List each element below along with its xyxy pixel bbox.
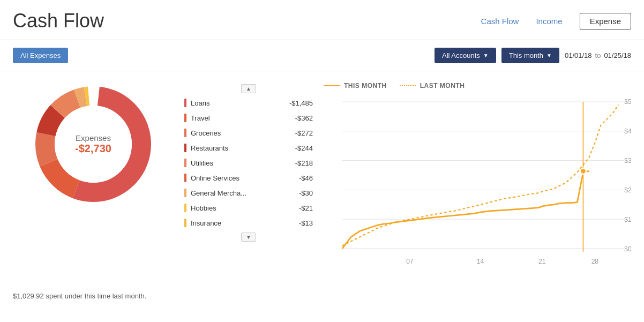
header: Cash Flow Cash Flow Income Expense xyxy=(0,0,644,40)
nav-income[interactable]: Income xyxy=(536,17,562,26)
this-month-button[interactable]: This month ▼ xyxy=(501,48,559,63)
category-color-bar xyxy=(184,174,186,182)
date-separator: to xyxy=(595,51,601,59)
scroll-up-button[interactable]: ▲ xyxy=(241,84,256,93)
svg-text:$1K: $1K xyxy=(624,216,631,223)
svg-text:$3K: $3K xyxy=(624,157,631,164)
list-item[interactable]: Online Services -$46 xyxy=(184,170,313,185)
category-color-bar xyxy=(184,159,186,167)
category-name: Groceries xyxy=(191,129,221,137)
category-name: General Mercha... xyxy=(191,189,246,197)
svg-text:07: 07 xyxy=(406,258,414,265)
main-content: Expenses -$2,730 ▲ Loans -$1,485 Travel … xyxy=(0,71,644,287)
svg-text:14: 14 xyxy=(477,258,484,265)
toolbar: All Expenses All Accounts ▼ This month ▼… xyxy=(0,40,644,71)
category-amount: -$1,485 xyxy=(289,99,313,107)
category-list: ▲ Loans -$1,485 Travel -$362 Groceries -… xyxy=(184,80,313,278)
svg-text:21: 21 xyxy=(538,258,546,265)
category-name: Utilities xyxy=(191,159,213,167)
category-amount: -$21 xyxy=(299,204,313,212)
category-color-bar xyxy=(184,219,186,227)
line-chart-svg: $0 $1K $2K $3K $4K $5K 07 14 21 28 xyxy=(324,96,631,278)
category-amount: -$13 xyxy=(299,219,313,227)
all-expenses-button[interactable]: All Expenses xyxy=(13,48,68,63)
this-month-line-icon xyxy=(324,85,340,86)
category-left: Online Services xyxy=(184,174,239,182)
category-name: Online Services xyxy=(191,174,239,182)
category-left: Loans xyxy=(184,99,209,107)
nav-expense[interactable]: Expense xyxy=(580,13,631,29)
nav-cashflow[interactable]: Cash Flow xyxy=(481,17,519,26)
toolbar-left: All Expenses xyxy=(13,48,68,63)
category-color-bar xyxy=(184,99,186,107)
toolbar-right: All Accounts ▼ This month ▼ 01/01/18 to … xyxy=(435,48,631,63)
category-left: Travel xyxy=(184,114,210,122)
category-left: Hobbies xyxy=(184,204,216,212)
donut-section: Expenses -$2,730 xyxy=(13,80,174,278)
date-range: 01/01/18 to 01/25/18 xyxy=(565,51,631,59)
category-color-bar xyxy=(184,114,186,122)
category-color-bar xyxy=(184,204,186,212)
category-left: General Mercha... xyxy=(184,189,246,197)
category-name: Hobbies xyxy=(191,204,216,212)
legend-this-month: THIS MONTH xyxy=(324,82,387,89)
list-item[interactable]: Hobbies -$21 xyxy=(184,200,313,215)
footer-text: $1,029.92 spent under this time last mon… xyxy=(13,292,146,300)
category-name: Loans xyxy=(191,99,209,107)
last-month-line-icon xyxy=(400,85,416,86)
scroll-area: ▼ xyxy=(184,233,313,242)
category-color-bar xyxy=(184,144,186,152)
list-item[interactable]: Travel -$362 xyxy=(184,110,313,125)
donut-chart: Expenses -$2,730 xyxy=(29,80,158,208)
svg-text:28: 28 xyxy=(591,258,599,265)
donut-label: Expenses -$2,730 xyxy=(75,133,111,155)
list-item[interactable]: Restaurants -$244 xyxy=(184,140,313,155)
category-amount: -$362 xyxy=(295,114,313,122)
category-amount: -$272 xyxy=(295,129,313,137)
date-to: 01/25/18 xyxy=(604,51,631,59)
legend-last-month: LAST MONTH xyxy=(400,82,465,89)
category-name: Travel xyxy=(191,114,210,122)
page: Cash Flow Cash Flow Income Expense All E… xyxy=(0,0,644,322)
category-amount: -$46 xyxy=(299,174,313,182)
category-left: Restaurants xyxy=(184,144,228,152)
category-amount: -$218 xyxy=(295,159,313,167)
list-item[interactable]: Utilities -$218 xyxy=(184,155,313,170)
svg-point-25 xyxy=(580,168,586,174)
header-nav: Cash Flow Income Expense xyxy=(481,13,631,29)
list-item[interactable]: Groceries -$272 xyxy=(184,125,313,140)
category-color-bar xyxy=(184,189,186,197)
footer: $1,029.92 spent under this time last mon… xyxy=(0,287,644,309)
category-left: Groceries xyxy=(184,129,221,137)
page-title: Cash Flow xyxy=(13,10,104,32)
list-item[interactable]: Insurance -$13 xyxy=(184,215,313,230)
category-name: Insurance xyxy=(191,219,221,227)
chart-legend: THIS MONTH LAST MONTH xyxy=(324,82,631,89)
category-amount: -$244 xyxy=(295,144,313,152)
chart-area: $0 $1K $2K $3K $4K $5K 07 14 21 28 xyxy=(324,96,631,278)
svg-text:$4K: $4K xyxy=(624,128,631,135)
svg-text:$5K: $5K xyxy=(624,98,631,106)
donut-center-label: Expenses xyxy=(75,133,111,143)
chart-section: THIS MONTH LAST MONTH $0 xyxy=(324,80,631,278)
svg-text:$2K: $2K xyxy=(624,186,631,194)
donut-center-amount: -$2,730 xyxy=(75,143,111,155)
all-accounts-button[interactable]: All Accounts ▼ xyxy=(435,48,496,63)
category-left: Insurance xyxy=(184,219,221,227)
scroll-down-button[interactable]: ▼ xyxy=(241,233,256,242)
category-color-bar xyxy=(184,129,186,137)
month-dropdown-arrow: ▼ xyxy=(546,53,552,58)
list-item[interactable]: Loans -$1,485 xyxy=(184,95,313,110)
accounts-dropdown-arrow: ▼ xyxy=(483,53,489,58)
category-left: Utilities xyxy=(184,159,213,167)
list-item[interactable]: General Mercha... -$30 xyxy=(184,185,313,200)
category-amount: -$30 xyxy=(299,189,313,197)
date-from: 01/01/18 xyxy=(565,51,592,59)
category-name: Restaurants xyxy=(191,144,228,152)
svg-text:$0: $0 xyxy=(624,245,631,253)
